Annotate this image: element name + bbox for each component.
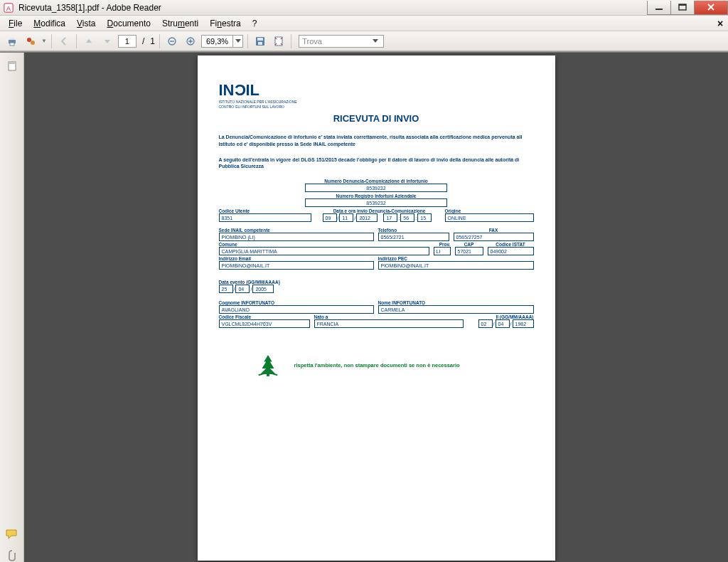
field-date-d: 09 xyxy=(323,213,337,222)
label-nome: Nome INFORTUNATO xyxy=(378,300,534,305)
menu-documento[interactable]: Documento xyxy=(102,17,156,30)
chevron-down-icon xyxy=(232,36,242,47)
field-nato-y: 1982 xyxy=(513,319,534,328)
chevron-down-icon xyxy=(370,39,380,43)
zoom-level-combo[interactable]: 69,3% xyxy=(201,35,243,48)
svg-rect-20 xyxy=(9,62,16,64)
search-placeholder: Trova xyxy=(302,37,322,46)
page-total-label: 1 xyxy=(150,36,155,46)
menu-strumenti[interactable]: Strumenti xyxy=(156,17,204,30)
svg-rect-14 xyxy=(190,39,191,43)
label-sede: Sede INAIL competente xyxy=(219,228,374,233)
svg-rect-7 xyxy=(10,43,14,46)
svg-rect-17 xyxy=(258,42,262,45)
field-nato: FRANCIA xyxy=(314,319,464,328)
attachments-panel-icon[interactable] xyxy=(4,548,20,562)
svg-rect-2 xyxy=(655,9,663,10)
label-comune: Comune xyxy=(219,242,429,247)
label-nato: Nato a xyxy=(314,314,464,319)
zoom-in-icon[interactable] xyxy=(183,33,198,49)
field-fax: 0565/27257 xyxy=(454,233,534,241)
work-area: INCIL ISTITUTO NAZIONALE PER L'ASSICURAZ… xyxy=(0,53,728,562)
page-down-icon[interactable] xyxy=(100,33,115,49)
svg-point-8 xyxy=(27,38,31,42)
comments-panel-icon[interactable] xyxy=(4,526,20,542)
label-istat: Codice ISTAT xyxy=(488,242,534,247)
paragraph-1: La Denuncia/Comunicazione di infortunio … xyxy=(219,134,534,148)
svg-rect-11 xyxy=(170,41,174,41)
field-origine: ONLINE xyxy=(445,213,534,222)
toolbar: ▼ / 1 69,3% Trova xyxy=(0,31,728,51)
field-pec: PIOMBINO@INAIL.IT xyxy=(378,261,534,270)
field-nome: CARMELA xyxy=(378,305,534,314)
logo-subtitle-2: CONTRO GLI INFORTUNI SUL LAVORO xyxy=(219,105,284,110)
page-separator: / xyxy=(139,36,147,46)
field-sede: PIOMBINO (LI) xyxy=(219,233,374,241)
svg-rect-6 xyxy=(10,38,14,40)
label-telefono: Telefono xyxy=(378,228,449,233)
window-close-button[interactable] xyxy=(694,1,728,15)
menu-bar: File Modifica Vista Documento Strumenti … xyxy=(0,16,728,31)
field-prov: LI xyxy=(434,247,451,255)
field-email: PIOMBINO@INAIL.IT xyxy=(219,261,374,270)
field-num-denuncia: 8539232 xyxy=(305,184,447,192)
window-titlebar: A Ricevuta_1358[1].pdf - Adobe Reader xyxy=(0,0,728,16)
window-maximize-button[interactable] xyxy=(670,1,695,15)
window-minimize-button[interactable] xyxy=(647,1,671,15)
inail-logo: INCIL xyxy=(219,81,259,100)
label-il: Il (GG/MM/AAAA) xyxy=(468,314,534,319)
paragraph-2: A seguito dell'entrata in vigore del DLG… xyxy=(219,157,534,171)
field-istat: 049002 xyxy=(488,247,534,255)
label-data-invio: Data e ora invio Denuncia-Comunicazione xyxy=(323,208,437,213)
label-codice-utente: Codice Utente xyxy=(219,208,311,213)
label-num-denuncia: Numero Denuncia-Comunicazione di infortu… xyxy=(324,179,428,184)
document-title: RICEVUTA DI INVIO xyxy=(219,113,534,124)
save-icon[interactable] xyxy=(252,33,268,49)
field-cognome: AVAGLIANO xyxy=(219,305,374,314)
label-cf: Codice Fiscale xyxy=(219,314,310,319)
pages-panel-icon[interactable] xyxy=(4,58,20,74)
field-ev-y: 2005 xyxy=(252,285,274,293)
eco-message: rispetta l'ambiente, non stampare docume… xyxy=(294,362,460,369)
field-nato-m: 04 xyxy=(496,319,510,328)
prev-view-icon[interactable] xyxy=(56,33,72,49)
label-email: Indirizzo Email xyxy=(219,256,374,261)
menu-finestra[interactable]: Finestra xyxy=(204,17,246,30)
page-number-input[interactable] xyxy=(118,35,136,48)
print-icon[interactable] xyxy=(4,33,20,49)
field-ev-m: 04 xyxy=(235,285,250,293)
menu-vista[interactable]: Vista xyxy=(71,17,101,30)
field-time-m: 56 xyxy=(400,213,414,222)
zoom-value: 69,3% xyxy=(202,37,232,46)
page-up-icon[interactable] xyxy=(81,33,97,49)
label-prov: Prov. xyxy=(434,242,451,247)
field-cf: VGLCML82D44H703V xyxy=(219,319,310,328)
document-viewport[interactable]: INCIL ISTITUTO NAZIONALE PER L'ASSICURAZ… xyxy=(24,53,728,562)
svg-text:A: A xyxy=(6,4,11,11)
menu-file[interactable]: File xyxy=(3,17,28,30)
label-origine: Origine xyxy=(445,208,534,213)
field-telefono: 0565/2721 xyxy=(378,233,449,241)
pdf-page: INCIL ISTITUTO NAZIONALE PER L'ASSICURAZ… xyxy=(198,55,555,561)
label-pec: Indirizzo PEC xyxy=(378,256,534,261)
svg-point-9 xyxy=(31,41,35,45)
zoom-out-icon[interactable] xyxy=(164,33,180,49)
field-ev-d: 25 xyxy=(219,285,233,293)
fit-page-icon[interactable] xyxy=(271,33,287,49)
label-num-registro: Numero Registro Infortuni Aziendale xyxy=(336,193,417,198)
svg-rect-16 xyxy=(257,38,263,41)
eco-tree-icon xyxy=(255,354,282,376)
field-comune: CAMPIGLIA MARITTIMA xyxy=(219,247,429,255)
label-cognome: Cognome INFORTUNATO xyxy=(219,300,374,305)
search-input[interactable]: Trova xyxy=(299,35,384,48)
field-num-registro: 8539232 xyxy=(305,198,447,207)
field-date-m: 11 xyxy=(339,213,353,222)
field-date-y: 2012 xyxy=(356,213,378,222)
document-close-button[interactable]: × xyxy=(715,18,725,28)
field-time-s: 15 xyxy=(417,213,432,222)
menu-modifica[interactable]: Modifica xyxy=(28,17,71,30)
collab-icon[interactable] xyxy=(23,33,38,49)
label-fax: FAX xyxy=(454,228,534,233)
adobe-reader-icon: A xyxy=(3,2,14,14)
menu-help[interactable]: ? xyxy=(247,17,263,30)
